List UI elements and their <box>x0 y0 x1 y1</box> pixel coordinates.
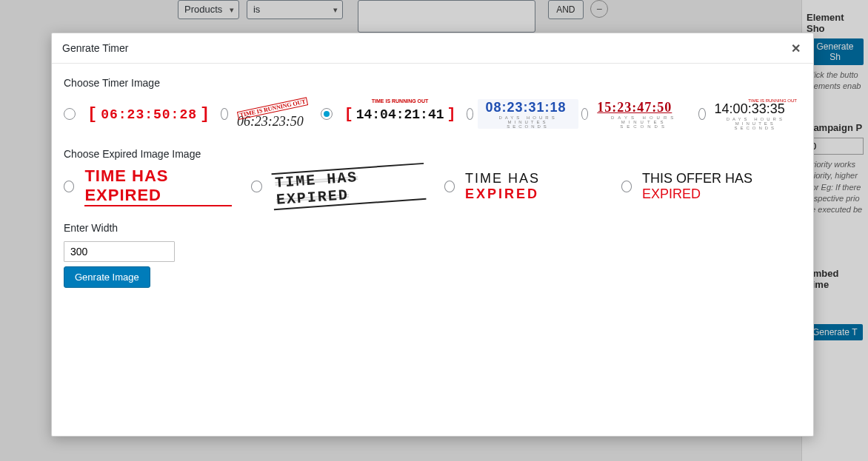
expired-text-3a: TIME HAS <box>465 171 540 186</box>
choose-timer-label: Choose Timer Image <box>64 77 801 89</box>
timer-value-4: 08:23:31:18 <box>485 100 566 115</box>
timer-radio-2[interactable] <box>221 108 228 120</box>
expired-text-2: TIME HAS EXPIRED <box>271 163 426 210</box>
timer-thumb-4[interactable]: 08:23:31:18 DAYS HOURS MINUTES SECONDS <box>478 99 578 129</box>
timer-sub-4: DAYS HOURS MINUTES SECONDS <box>485 115 570 129</box>
timer-radio-5[interactable] <box>581 108 589 120</box>
expired-text-1: TIME HAS EXPIRED <box>84 166 232 206</box>
timer-option-4: 08:23:31:18 DAYS HOURS MINUTES SECONDS <box>467 99 578 129</box>
expired-thumb-2[interactable]: TIME HAS EXPIRED <box>267 170 431 203</box>
expired-text-3b: EXPIRED <box>465 186 539 201</box>
expired-radio-1[interactable] <box>64 181 74 192</box>
expired-radio-4[interactable] <box>621 181 632 192</box>
timer-option-5: 15:23:47:50 DAYS HOURS MINUTES SECONDS <box>581 99 695 129</box>
timer-option-6: TIME IS RUNNING OUT 14:00:33:35 DAYS HOU… <box>698 99 801 129</box>
timer-radio-1[interactable] <box>64 108 76 120</box>
timer-value-3: 14:04:21:41 <box>356 107 444 122</box>
expired-radio-3[interactable] <box>444 181 455 192</box>
timer-top-3: TIME IS RUNNING OUT <box>341 98 459 104</box>
close-icon[interactable]: ✕ <box>788 41 803 55</box>
timer-thumb-6[interactable]: TIME IS RUNNING OUT 14:00:33:35 DAYS HOU… <box>710 99 801 129</box>
timer-thumb-3[interactable]: TIME IS RUNNING OUT[14:04:21:41] <box>337 99 464 129</box>
generate-image-button[interactable]: Genrate Image <box>64 266 150 288</box>
timer-option-3: TIME IS RUNNING OUT[14:04:21:41] <box>321 99 464 129</box>
expired-option-4: THIS OFFER HAS EXPIRED <box>621 170 801 203</box>
timer-options-row: [06:23:50:28] TIME IS RUNNING OUT06:23:2… <box>64 99 801 129</box>
expired-text-4b: EXPIRED <box>642 186 701 201</box>
expired-thumb-3[interactable]: TIME HAS EXPIRED <box>459 170 608 203</box>
timer-value-6: 14:00:33:35 <box>715 101 785 116</box>
timer-thumb-2[interactable]: TIME IS RUNNING OUT06:23:23:50 <box>233 99 318 129</box>
expired-option-3: TIME HAS EXPIRED <box>444 170 608 203</box>
timer-thumb-5[interactable]: 15:23:47:50 DAYS HOURS MINUTES SECONDS <box>592 99 695 129</box>
timer-sub-5: DAYS HOURS MINUTES SECONDS <box>597 115 691 129</box>
expired-thumb-1[interactable]: TIME HAS EXPIRED <box>79 170 238 203</box>
modal-header: Genrate Timer ✕ <box>52 33 813 64</box>
expired-text-4a: THIS OFFER HAS <box>642 171 752 186</box>
timer-thumb-1[interactable]: [06:23:50:28] <box>80 99 218 129</box>
timer-option-1: [06:23:50:28] <box>64 99 218 129</box>
choose-expired-label: Choose Expired Image Image <box>64 148 801 160</box>
timer-sub-6: DAYS HOURS MINUTES SECONDS <box>715 117 797 130</box>
width-input[interactable] <box>64 241 175 262</box>
timer-radio-4[interactable] <box>467 108 474 120</box>
modal-title: Genrate Timer <box>62 42 128 54</box>
timer-option-2: TIME IS RUNNING OUT06:23:23:50 <box>221 99 317 129</box>
timer-radio-3[interactable] <box>321 108 333 120</box>
expired-options-row: TIME HAS EXPIRED TIME HAS EXPIRED TIME H… <box>64 170 801 203</box>
expired-radio-2[interactable] <box>251 181 261 192</box>
modal-body: Choose Timer Image [06:23:50:28] TIME IS… <box>52 64 813 436</box>
timer-value-5: 15:23:47:50 <box>597 100 672 115</box>
expired-option-1: TIME HAS EXPIRED <box>64 170 238 203</box>
timer-value-1: 06:23:50:28 <box>101 107 197 122</box>
expired-option-2: TIME HAS EXPIRED <box>251 170 431 203</box>
timer-radio-6[interactable] <box>698 108 706 120</box>
generate-timer-modal: Genrate Timer ✕ Choose Timer Image [06:2… <box>51 33 814 437</box>
enter-width-label: Enter Width <box>64 222 801 234</box>
expired-thumb-4[interactable]: THIS OFFER HAS EXPIRED <box>636 170 801 203</box>
